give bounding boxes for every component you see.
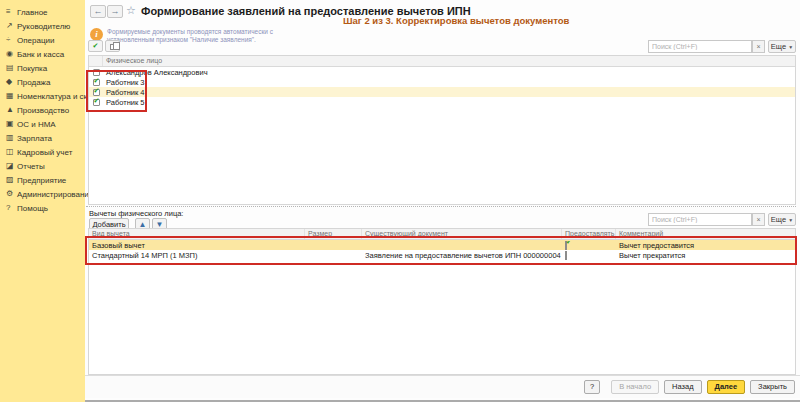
report-icon: ◪ — [6, 161, 17, 171]
help-button[interactable]: ? — [584, 380, 600, 394]
sidebar-item-sales[interactable]: ◆Продажа — [0, 75, 85, 89]
employee-checkbox[interactable] — [93, 89, 100, 96]
sidebar-item-enterprise[interactable]: ▨Предприятие — [0, 173, 85, 187]
deduction-comment: Вычет предоставится — [616, 241, 795, 250]
sidebar-item-nomenclature[interactable]: ▦Номенклатура и склад — [0, 89, 85, 103]
deductions-section-label: Вычеты физического лица: — [89, 209, 183, 218]
employees-search-input[interactable] — [648, 40, 752, 53]
back-step-button[interactable]: Назад — [664, 380, 702, 394]
next-button[interactable]: Далее — [707, 380, 746, 394]
calculator-icon: ▥ — [6, 133, 17, 143]
sidebar-item-bank-cash[interactable]: ◉Банк и касса — [0, 47, 85, 61]
employee-row[interactable]: Работник 4 — [89, 87, 795, 97]
deduction-type: Стандартный 14 МРП (1 МЗП) — [89, 251, 305, 260]
column-header-document: Существующий документ — [362, 229, 562, 239]
section-divider — [86, 206, 796, 207]
deductions-more-button[interactable]: Еще ▼ — [768, 213, 796, 226]
sidebar-item-fixed-assets[interactable]: ▣ОС и НМА — [0, 117, 85, 131]
deduction-type: Базовый вычет — [89, 241, 305, 250]
deduction-document: Заявление на предоставление вычетов ИПН … — [362, 251, 562, 260]
chevron-down-icon: ▼ — [788, 44, 793, 50]
back-button[interactable]: ← — [90, 5, 106, 18]
deduction-row[interactable]: Стандартный 14 МРП (1 МЗП) Заявление на … — [89, 250, 795, 260]
check-all-button[interactable]: ✔ — [88, 40, 103, 52]
employee-checkbox[interactable] — [93, 99, 100, 106]
briefcase-icon: ◆ — [6, 77, 17, 87]
coin-icon: ◉ — [6, 49, 17, 59]
provide-deduction-checkbox[interactable] — [565, 251, 567, 260]
close-button[interactable]: Закрыть — [750, 380, 795, 394]
sidebar-item-operations[interactable]: ÷Операции — [0, 33, 85, 47]
provide-deduction-checkbox[interactable] — [565, 241, 567, 250]
employees-list: Физическое лицо Александров Александрови… — [88, 55, 796, 205]
column-header-comment: Комментарий — [616, 229, 795, 239]
forward-button[interactable]: → — [107, 5, 123, 18]
deductions-table-header: Вид вычета Размер Существующий документ … — [89, 229, 795, 240]
deductions-search-clear-icon[interactable]: × — [752, 213, 765, 226]
menu-icon: ≡ — [6, 7, 17, 17]
app-window: ≡Главное ↗Руководителю ÷Операции ◉Банк и… — [0, 0, 800, 402]
employee-checkbox[interactable] — [93, 69, 100, 76]
deduction-row[interactable]: Базовый вычет Вычет предоставится — [89, 240, 795, 250]
sidebar-item-main[interactable]: ≡Главное — [0, 5, 85, 19]
employees-search-clear-icon[interactable]: × — [752, 40, 765, 53]
uncheck-all-button[interactable] — [105, 40, 120, 52]
uncheck-all-icon — [110, 44, 115, 50]
to-start-button[interactable]: В начало — [611, 380, 659, 394]
factory-icon: ▲ — [6, 105, 17, 115]
employees-list-header: Физическое лицо — [89, 56, 795, 67]
gear-icon: ⚙ — [6, 189, 17, 199]
employees-more-button[interactable]: Еще ▼ — [768, 40, 796, 53]
assets-icon: ▣ — [6, 119, 17, 129]
sidebar-item-help[interactable]: ?Помощь — [0, 201, 85, 215]
checkbox-column-header — [89, 56, 103, 66]
column-header-type: Вид вычета — [89, 229, 305, 239]
wizard-step-title: Шаг 2 из 3. Корректировка вычетов докуме… — [343, 15, 569, 26]
cart-icon: ▤ — [6, 63, 17, 73]
wizard-footer: ? В начало Назад Далее Закрыть — [85, 375, 800, 398]
employee-column-header: Физическое лицо — [103, 56, 795, 66]
favorite-star-icon[interactable]: ☆ — [126, 4, 136, 17]
employee-name: Работник 5 — [103, 98, 148, 107]
chart-up-icon: ↗ — [6, 21, 17, 31]
employee-checkbox[interactable] — [93, 79, 100, 86]
sidebar-item-production[interactable]: ▲Производство — [0, 103, 85, 117]
sections-panel: ≡Главное ↗Руководителю ÷Операции ◉Банк и… — [0, 0, 85, 402]
grid-icon: ▦ — [6, 91, 17, 101]
employee-name: Работник 4 — [103, 88, 148, 97]
sidebar-item-salary[interactable]: ▥Зарплата — [0, 131, 85, 145]
sidebar-item-manager[interactable]: ↗Руководителю — [0, 19, 85, 33]
sidebar-item-reports[interactable]: ◪Отчеты — [0, 159, 85, 173]
deductions-search-input[interactable] — [648, 213, 752, 226]
employee-row[interactable]: Александров Александрович — [89, 67, 795, 77]
column-header-provide: Предоставлять вычет — [562, 229, 616, 239]
column-header-size: Размер — [305, 229, 362, 239]
employee-name: Александров Александрович — [103, 68, 211, 77]
people-icon: ◫ — [6, 147, 17, 157]
sidebar-item-administration[interactable]: ⚙Администрирование — [0, 187, 85, 201]
operations-icon: ÷ — [6, 35, 17, 45]
chevron-down-icon: ▼ — [788, 217, 793, 223]
employee-row[interactable]: Работник 5 — [89, 97, 795, 107]
info-hint-text: Формируемые документы проводятся автомат… — [107, 28, 292, 43]
employee-row[interactable]: Работник 3 — [89, 77, 795, 87]
deductions-table: Вид вычета Размер Существующий документ … — [88, 228, 796, 375]
help-icon: ? — [6, 203, 17, 213]
deduction-comment: Вычет прекратится — [616, 251, 795, 260]
sidebar-item-purchases[interactable]: ▤Покупка — [0, 61, 85, 75]
sidebar-item-hr[interactable]: ◫Кадровый учет — [0, 145, 85, 159]
building-icon: ▨ — [6, 175, 17, 185]
check-all-icon: ✔ — [89, 41, 102, 51]
employee-name: Работник 3 — [103, 78, 148, 87]
